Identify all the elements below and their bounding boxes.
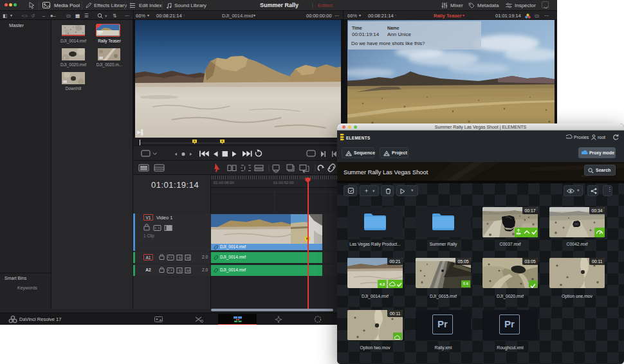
svg-text:M: M (187, 256, 190, 260)
svg-text:M: M (187, 269, 190, 273)
svg-text:S: S (179, 269, 181, 273)
svg-text:S: S (179, 256, 181, 260)
